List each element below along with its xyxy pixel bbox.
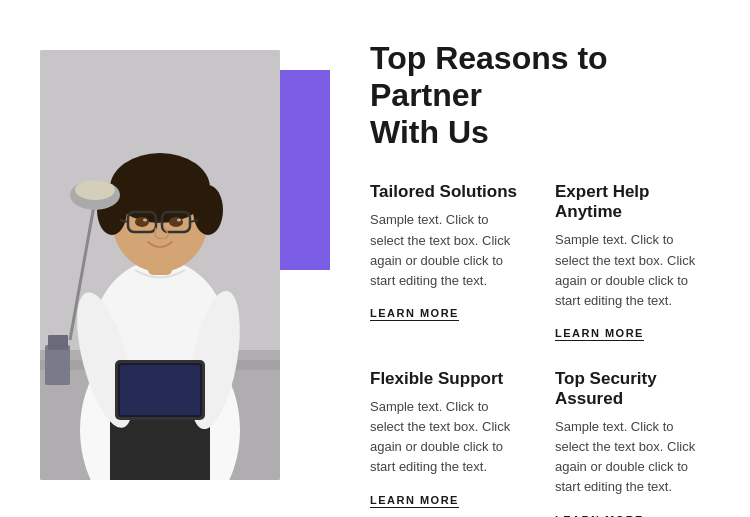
learn-more-security[interactable]: LEARN MORE: [555, 514, 644, 517]
feature-title-flexible: Flexible Support: [370, 369, 525, 389]
feature-desc-security: Sample text. Click to select the text bo…: [555, 417, 710, 498]
svg-rect-30: [45, 345, 70, 385]
features-grid: Tailored SolutionsSample text. Click to …: [370, 182, 710, 517]
learn-more-expert[interactable]: LEARN MORE: [555, 327, 644, 341]
feature-item-expert: Expert Help AnytimeSample text. Click to…: [555, 182, 710, 341]
feature-title-expert: Expert Help Anytime: [555, 182, 710, 222]
learn-more-flexible[interactable]: LEARN MORE: [370, 494, 459, 508]
svg-rect-31: [48, 335, 68, 350]
svg-point-18: [135, 217, 149, 227]
feature-item-security: Top Security AssuredSample text. Click t…: [555, 369, 710, 517]
svg-point-20: [143, 219, 147, 222]
svg-point-19: [169, 217, 183, 227]
feature-title-tailored: Tailored Solutions: [370, 182, 525, 202]
photo-wrapper: [40, 50, 280, 480]
feature-item-flexible: Flexible SupportSample text. Click to se…: [370, 369, 525, 517]
feature-desc-flexible: Sample text. Click to select the text bo…: [370, 397, 525, 478]
feature-desc-tailored: Sample text. Click to select the text bo…: [370, 210, 525, 291]
svg-rect-26: [120, 365, 200, 415]
main-title: Top Reasons to Partner With Us: [370, 40, 710, 150]
learn-more-tailored[interactable]: LEARN MORE: [370, 307, 459, 321]
feature-item-tailored: Tailored SolutionsSample text. Click to …: [370, 182, 525, 341]
left-panel: [30, 40, 330, 477]
page-container: Top Reasons to Partner With Us Tailored …: [0, 0, 750, 517]
person-illustration: [40, 50, 280, 480]
person-photo: [40, 50, 280, 480]
svg-point-21: [177, 219, 181, 222]
feature-title-security: Top Security Assured: [555, 369, 710, 409]
right-panel: Top Reasons to Partner With Us Tailored …: [370, 40, 710, 477]
svg-point-29: [75, 180, 115, 200]
feature-desc-expert: Sample text. Click to select the text bo…: [555, 230, 710, 311]
svg-point-12: [193, 185, 223, 235]
